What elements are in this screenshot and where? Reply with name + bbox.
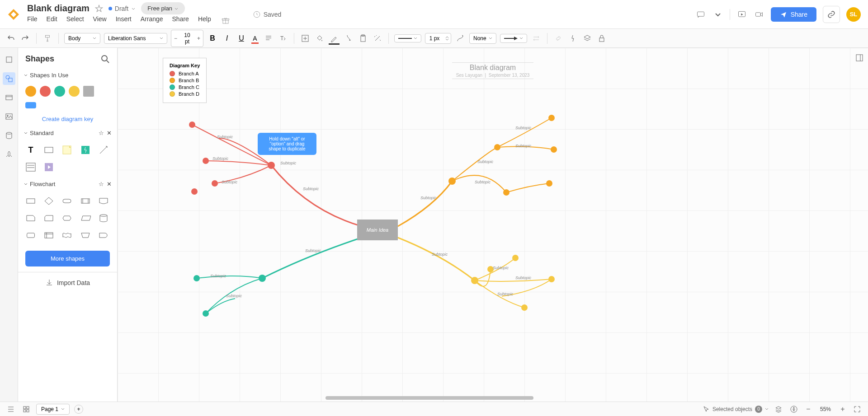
- data-tool-icon[interactable]: [3, 129, 15, 142]
- video-icon[interactable]: [754, 9, 764, 20]
- add-page-button[interactable]: +: [74, 405, 83, 414]
- border-color-button[interactable]: [329, 33, 340, 44]
- text-color-button[interactable]: A: [250, 34, 259, 43]
- menu-file[interactable]: File: [27, 15, 38, 26]
- fc-internal[interactable]: [42, 229, 55, 242]
- layers-icon[interactable]: [582, 33, 593, 44]
- page-tab[interactable]: Page 1: [36, 404, 70, 415]
- pointer-tool-icon[interactable]: [3, 53, 15, 66]
- increase-size-button[interactable]: +: [194, 33, 203, 43]
- fc-data[interactable]: [79, 212, 92, 224]
- accessibility-icon[interactable]: [788, 404, 799, 415]
- fullscreen-icon[interactable]: [852, 404, 863, 415]
- zoom-out-button[interactable]: −: [804, 405, 813, 414]
- panel-toggle-icon[interactable]: [853, 51, 866, 64]
- copy-link-button[interactable]: [823, 6, 840, 23]
- line-end-selector[interactable]: [500, 34, 527, 43]
- add-shape-icon[interactable]: [300, 33, 311, 44]
- callout-shape[interactable]: [25, 102, 36, 108]
- zoom-in-button[interactable]: +: [838, 405, 847, 414]
- menu-select[interactable]: Select: [66, 15, 84, 26]
- line-start-selector[interactable]: None: [469, 33, 496, 44]
- rocket-tool-icon[interactable]: [3, 148, 15, 161]
- line-style-selector[interactable]: [394, 34, 421, 42]
- unpin-flowchart-icon[interactable]: ☆: [99, 181, 104, 187]
- swatch-orange[interactable]: [25, 86, 36, 97]
- chevron-down-icon[interactable]: [712, 9, 723, 20]
- fc-manual[interactable]: [79, 229, 92, 242]
- user-avatar[interactable]: SL: [846, 7, 861, 22]
- horizontal-scrollbar[interactable]: [326, 396, 533, 400]
- menu-help[interactable]: Help: [198, 15, 211, 26]
- fc-preparation[interactable]: [61, 212, 73, 224]
- fc-direct-data[interactable]: [24, 229, 37, 242]
- import-data-button[interactable]: Import Data: [18, 272, 117, 293]
- redo-button[interactable]: [20, 33, 31, 44]
- swatch-gray[interactable]: [83, 86, 94, 97]
- italic-button[interactable]: I: [222, 33, 232, 44]
- block-shape[interactable]: [42, 144, 55, 156]
- player-shape[interactable]: [42, 161, 55, 173]
- list-shape[interactable]: [24, 161, 37, 173]
- underline-button[interactable]: U: [236, 33, 247, 44]
- fill-color-button[interactable]: [314, 33, 325, 44]
- grid-view-icon[interactable]: [21, 404, 32, 415]
- format-painter-icon[interactable]: [42, 33, 53, 44]
- fc-note[interactable]: [24, 212, 37, 224]
- canvas[interactable]: Blank diagram Ses Layugan | September 13…: [118, 48, 868, 402]
- shape-style-selector[interactable]: Body: [64, 33, 100, 44]
- list-view-icon[interactable]: [5, 404, 16, 415]
- star-icon[interactable]: [95, 5, 103, 13]
- chat-icon[interactable]: [695, 9, 706, 20]
- line-shape[interactable]: [97, 144, 110, 156]
- menu-insert[interactable]: Insert: [116, 15, 132, 26]
- link-icon[interactable]: [553, 33, 564, 44]
- menu-edit[interactable]: Edit: [47, 15, 57, 26]
- status-badge[interactable]: Draft: [108, 5, 136, 12]
- decrease-size-button[interactable]: −: [171, 33, 180, 43]
- share-button[interactable]: Share: [771, 7, 816, 22]
- document-title[interactable]: Blank diagram: [27, 3, 90, 14]
- swatch-coral[interactable]: [40, 86, 51, 97]
- present-icon[interactable]: [736, 9, 747, 20]
- magic-wand-icon[interactable]: [372, 33, 383, 44]
- text-shape[interactable]: T: [24, 144, 37, 156]
- container-tool-icon[interactable]: [3, 91, 15, 104]
- fc-tape[interactable]: [61, 229, 73, 242]
- close-section-icon[interactable]: ✕: [107, 130, 112, 136]
- action-icon[interactable]: [567, 33, 578, 44]
- more-shapes-button[interactable]: More shapes: [25, 251, 110, 266]
- zoom-value[interactable]: 55%: [817, 406, 834, 412]
- fc-card[interactable]: [42, 212, 55, 224]
- bold-button[interactable]: B: [207, 33, 218, 44]
- swatch-amber[interactable]: [69, 86, 80, 97]
- hotspot-shape[interactable]: [79, 144, 92, 156]
- menu-arrange[interactable]: Arrange: [141, 15, 163, 26]
- align-button[interactable]: [263, 33, 274, 44]
- font-size-input[interactable]: − 10 pt +: [171, 30, 203, 47]
- line-width-input[interactable]: 1 px: [425, 33, 451, 44]
- menu-share[interactable]: Share: [172, 15, 189, 26]
- fc-predefined[interactable]: [79, 195, 92, 207]
- swap-ends-button[interactable]: [531, 33, 542, 44]
- layers-footer-icon[interactable]: [773, 404, 784, 415]
- search-icon[interactable]: [101, 55, 110, 64]
- clipboard-icon[interactable]: [358, 33, 368, 44]
- main-idea-node[interactable]: Main Idea: [357, 220, 398, 240]
- fc-decision[interactable]: [42, 195, 55, 207]
- fc-terminator[interactable]: [61, 195, 73, 207]
- font-selector[interactable]: Liberation Sans: [104, 33, 167, 44]
- lock-icon[interactable]: [596, 33, 607, 44]
- gift-icon[interactable]: [220, 15, 231, 26]
- fc-document[interactable]: [97, 195, 110, 207]
- image-tool-icon[interactable]: [3, 110, 15, 123]
- fc-process[interactable]: [24, 195, 37, 207]
- unpin-icon[interactable]: ☆: [99, 130, 104, 136]
- text-options-button[interactable]: T: [278, 33, 288, 44]
- undo-button[interactable]: [5, 33, 16, 44]
- fc-delay[interactable]: [97, 229, 110, 242]
- close-flowchart-icon[interactable]: ✕: [107, 181, 112, 187]
- section-shapes-in-use[interactable]: Shapes In Use: [18, 68, 117, 82]
- create-diagram-key-button[interactable]: Create diagram key: [18, 112, 117, 126]
- selected-objects-indicator[interactable]: Selected objects 0: [703, 406, 769, 413]
